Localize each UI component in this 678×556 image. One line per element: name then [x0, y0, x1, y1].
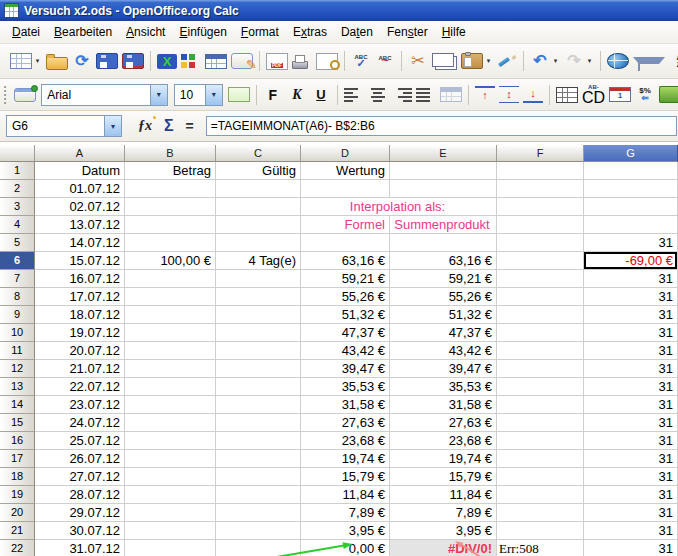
align-top-icon[interactable]: ↑ [475, 86, 495, 103]
cell-F13[interactable] [497, 378, 584, 396]
autofilter-icon[interactable] [633, 57, 665, 64]
function-equals-icon[interactable]: = [186, 119, 194, 133]
cell-A3[interactable]: 02.07.12 [35, 198, 125, 216]
cell-F9[interactable] [497, 306, 584, 324]
cell-F3[interactable] [497, 198, 584, 216]
open-icon[interactable] [46, 57, 68, 70]
col-header-G[interactable]: G [584, 145, 678, 162]
font-name-combo[interactable]: Arial ▾ [41, 84, 168, 106]
cell-E20[interactable]: 7,89 € [390, 504, 497, 522]
align-left-icon[interactable] [344, 87, 364, 102]
row-header-16[interactable]: 16 [0, 432, 35, 450]
cell-C17[interactable] [216, 450, 301, 468]
col-header-C[interactable]: C [216, 145, 301, 162]
row-header-3[interactable]: 3 [0, 198, 35, 216]
new-document-dropdown[interactable]: ▾ [33, 57, 42, 65]
row-header-2[interactable]: 2 [0, 180, 35, 198]
cell-B2[interactable] [125, 180, 216, 198]
cell-C7[interactable] [216, 270, 301, 288]
cell-D9[interactable]: 51,32 € [301, 306, 390, 324]
cell-C10[interactable] [216, 324, 301, 342]
cell-B4[interactable] [125, 216, 216, 234]
borders-icon[interactable] [556, 87, 578, 103]
row-header-22[interactable]: 22 [0, 540, 35, 556]
cell-B5[interactable] [125, 234, 216, 252]
cell-D19[interactable]: 11,84 € [301, 486, 390, 504]
cell-D14[interactable]: 31,58 € [301, 396, 390, 414]
cell-D3[interactable]: Interpolation als: [301, 198, 497, 216]
cell-F4[interactable] [497, 216, 584, 234]
row-header-15[interactable]: 15 [0, 414, 35, 432]
name-box[interactable]: G6 ▾ [6, 115, 122, 137]
edit-file-icon[interactable]: ✎ [231, 53, 253, 69]
cell-D17[interactable]: 19,74 € [301, 450, 390, 468]
cell-G5[interactable]: 31 [584, 234, 678, 252]
cell-C8[interactable] [216, 288, 301, 306]
document-icon[interactable] [228, 87, 250, 102]
save-as-icon[interactable] [122, 53, 144, 69]
row-header-9[interactable]: 9 [0, 306, 35, 324]
cell-C15[interactable] [216, 414, 301, 432]
styles-window-icon[interactable] [14, 88, 36, 102]
cell-B19[interactable] [125, 486, 216, 504]
underline-icon[interactable]: U [311, 85, 331, 105]
row-header-17[interactable]: 17 [0, 450, 35, 468]
cell-C19[interactable] [216, 486, 301, 504]
cell-G22[interactable]: 31 [584, 540, 678, 556]
cell-C20[interactable] [216, 504, 301, 522]
cell-A13[interactable]: 22.07.12 [35, 378, 125, 396]
cell-D5[interactable] [301, 234, 390, 252]
cell-A17[interactable]: 26.07.12 [35, 450, 125, 468]
row-header-6[interactable]: 6 [0, 252, 35, 270]
cell-C2[interactable] [216, 180, 301, 198]
cell-A8[interactable]: 17.07.12 [35, 288, 125, 306]
cell-E15[interactable]: 27,63 € [390, 414, 497, 432]
cell-F2[interactable] [497, 180, 584, 198]
font-size-combo[interactable]: 10 ▾ [174, 84, 223, 106]
cell-B10[interactable] [125, 324, 216, 342]
cell-A16[interactable]: 25.07.12 [35, 432, 125, 450]
cell-C22[interactable] [216, 540, 301, 556]
cell-G14[interactable]: 31 [584, 396, 678, 414]
cell-C21[interactable] [216, 522, 301, 540]
cell-D6[interactable]: 63,16 € [301, 252, 390, 270]
wrap-text-icon[interactable]: AB-CD [582, 85, 605, 105]
cell-E5[interactable] [390, 234, 497, 252]
cell-D21[interactable]: 3,95 € [301, 522, 390, 540]
cell-C9[interactable] [216, 306, 301, 324]
cell-B8[interactable] [125, 288, 216, 306]
cell-G10[interactable]: 31 [584, 324, 678, 342]
cell-E21[interactable]: 3,95 € [390, 522, 497, 540]
cell-A14[interactable]: 23.07.12 [35, 396, 125, 414]
cell-A19[interactable]: 28.07.12 [35, 486, 125, 504]
cell-A10[interactable]: 19.07.12 [35, 324, 125, 342]
new-document-icon[interactable] [10, 53, 32, 69]
col-header-F[interactable]: F [497, 145, 584, 162]
col-header-B[interactable]: B [125, 145, 216, 162]
cell-G18[interactable]: 31 [584, 468, 678, 486]
format-paintbrush-icon[interactable] [497, 53, 517, 69]
col-header-A[interactable]: A [35, 145, 125, 162]
cell-E1[interactable] [390, 162, 497, 180]
row-header-8[interactable]: 8 [0, 288, 35, 306]
cell-G6[interactable]: -69,00 € [584, 252, 678, 270]
cell-C4[interactable] [216, 216, 301, 234]
cell-E22[interactable]: #DIV/0! [390, 540, 497, 556]
cell-B15[interactable] [125, 414, 216, 432]
name-box-dropdown[interactable]: ▾ [104, 116, 121, 136]
paste-icon[interactable] [461, 53, 483, 69]
cell-B1[interactable]: Betrag [125, 162, 216, 180]
clipped-edge-icon[interactable] [659, 86, 678, 103]
font-size-dropdown[interactable]: ▾ [205, 85, 222, 105]
cell-G21[interactable]: 31 [584, 522, 678, 540]
cell-A1[interactable]: Datum [35, 162, 125, 180]
cell-E14[interactable]: 31,58 € [390, 396, 497, 414]
date-format-icon[interactable]: 1 [609, 87, 631, 102]
cell-B17[interactable] [125, 450, 216, 468]
menu-ansicht[interactable]: Ansicht [119, 22, 172, 42]
cell-D12[interactable]: 39,47 € [301, 360, 390, 378]
cell-F11[interactable] [497, 342, 584, 360]
row-header-12[interactable]: 12 [0, 360, 35, 378]
toolbar-grip[interactable] [3, 84, 7, 106]
cell-D16[interactable]: 23,68 € [301, 432, 390, 450]
